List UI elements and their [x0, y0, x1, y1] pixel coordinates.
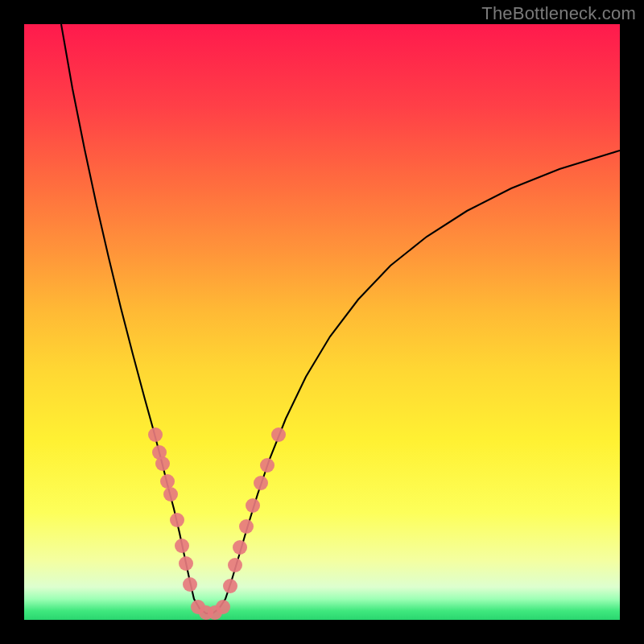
data-dot	[233, 540, 247, 555]
plot-area	[24, 24, 620, 620]
data-dots	[148, 427, 286, 620]
data-dot	[183, 577, 197, 592]
chart-frame: TheBottleneck.com	[0, 0, 644, 644]
data-dot	[163, 487, 178, 502]
watermark-text: TheBottleneck.com	[481, 3, 636, 24]
data-dot	[216, 600, 230, 614]
data-dot	[239, 519, 254, 534]
data-dot	[260, 458, 275, 473]
data-dot	[160, 474, 175, 489]
data-dot	[246, 498, 260, 513]
data-dot	[170, 513, 184, 527]
data-dot	[223, 579, 237, 593]
bottleneck-curve	[61, 24, 620, 613]
data-dot	[254, 476, 268, 490]
curve-layer	[24, 24, 620, 620]
data-dot	[155, 456, 170, 471]
data-dot	[148, 427, 163, 442]
data-dot	[228, 558, 242, 572]
data-dot	[271, 427, 286, 442]
data-dot	[179, 556, 193, 571]
data-dot	[175, 539, 189, 553]
